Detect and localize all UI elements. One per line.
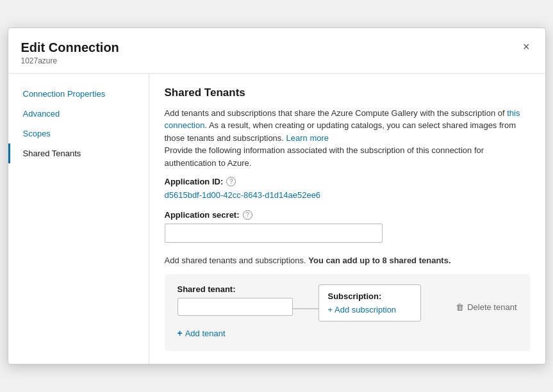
modal-subtitle: 1027azure: [21, 56, 119, 65]
connector-svg: [293, 302, 318, 315]
modal-body: Connection Properties Advanced Scopes Sh…: [8, 74, 545, 364]
header-text: Edit Connection 1027azure: [21, 40, 119, 65]
modal-title: Edit Connection: [21, 40, 119, 55]
shared-tenant-label: Shared tenant:: [177, 284, 293, 294]
close-button[interactable]: ×: [520, 40, 532, 54]
sidebar: Connection Properties Advanced Scopes Sh…: [8, 74, 149, 364]
modal-header: Edit Connection 1027azure ×: [8, 28, 545, 74]
section-title: Shared Tenants: [165, 86, 530, 99]
delete-tenant-label: Delete tenant: [467, 302, 516, 312]
app-secret-help-icon[interactable]: ?: [243, 210, 252, 220]
app-secret-input[interactable]: [165, 224, 383, 243]
plus-icon: +: [177, 328, 183, 338]
learn-more-link[interactable]: Learn more: [286, 133, 329, 143]
subscription-box: Subscription: + Add subscription: [318, 284, 421, 322]
add-note: Add shared tenants and subscriptions. Yo…: [165, 256, 530, 265]
add-subscription-button[interactable]: + Add subscription: [328, 305, 397, 314]
description-text: Add tenants and subscriptions that share…: [165, 107, 530, 170]
shared-tenant-field: Shared tenant:: [177, 284, 293, 316]
subscription-label: Subscription:: [328, 291, 411, 301]
tenant-box: Shared tenant: Subscription: + Add subs: [165, 274, 530, 351]
connector: [293, 284, 318, 315]
add-tenant-label: Add tenant: [185, 329, 226, 338]
add-subscription-label: + Add subscription: [328, 305, 397, 314]
trash-icon: 🗑: [456, 302, 464, 312]
app-id-label: Application ID: ?: [165, 177, 530, 186]
app-id-help-icon[interactable]: ?: [226, 177, 236, 186]
edit-connection-modal: Edit Connection 1027azure × Connection P…: [8, 28, 546, 365]
app-secret-label: Application secret: ?: [165, 210, 530, 220]
sidebar-item-connection-properties[interactable]: Connection Properties: [8, 84, 149, 104]
main-content: Shared Tenants Add tenants and subscript…: [149, 74, 545, 364]
app-id-value: d5615bdf-1d00-42cc-8643-d1d14ae52ee6: [165, 190, 530, 200]
add-tenant-button[interactable]: + Add tenant: [177, 322, 226, 338]
sidebar-item-advanced[interactable]: Advanced: [8, 104, 149, 124]
delete-tenant-button[interactable]: 🗑 Delete tenant: [456, 284, 516, 312]
sidebar-item-shared-tenants[interactable]: Shared Tenants: [8, 143, 149, 163]
sidebar-item-scopes[interactable]: Scopes: [8, 124, 149, 143]
tenant-row: Shared tenant: Subscription: + Add subs: [177, 284, 517, 322]
auth-description: Provide the following information associ…: [165, 145, 484, 168]
shared-tenant-input[interactable]: [177, 298, 293, 316]
